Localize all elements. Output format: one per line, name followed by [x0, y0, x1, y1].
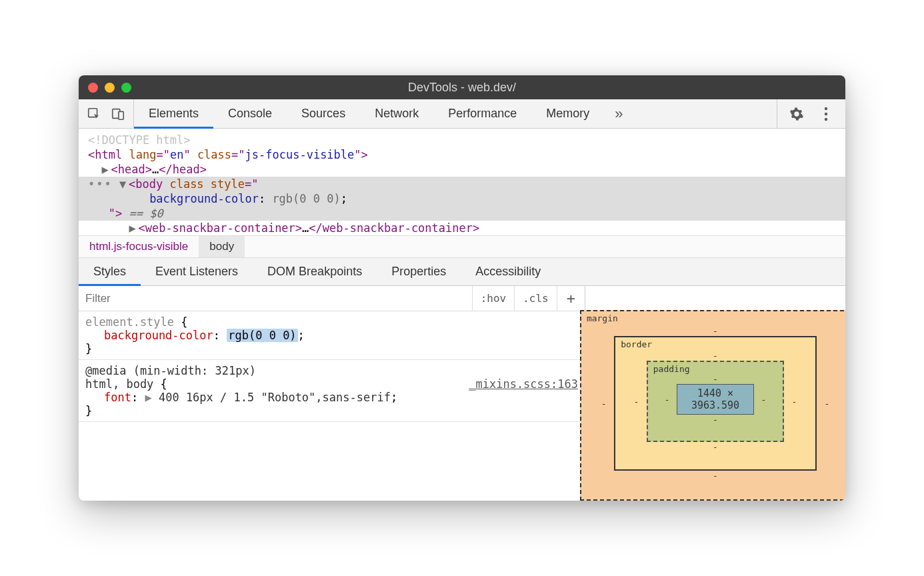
styles-filter-input[interactable]	[79, 286, 472, 311]
subtab-event-listeners[interactable]: Event Listeners	[141, 258, 253, 285]
head-node[interactable]: ▶<head>…</head>	[79, 162, 845, 177]
subtab-accessibility[interactable]: Accessibility	[461, 258, 555, 285]
source-link[interactable]: _mixins.scss:163	[469, 377, 578, 391]
expand-shorthand-icon[interactable]: ▶	[145, 391, 151, 404]
minimize-window-button[interactable]	[105, 83, 115, 93]
box-model-panel: margin - - border - - padding -	[585, 286, 845, 501]
css-value[interactable]: 400 16px / 1.5 "Roboto",sans-serif	[159, 391, 391, 404]
padding-label: padding	[653, 364, 690, 374]
css-value-highlighted[interactable]: rgb(0 0 0)	[227, 329, 297, 342]
styles-panel: :hov .cls + element.style { background-c…	[79, 286, 845, 501]
style-rule-media[interactable]: @media (min-width: 321px) html, body {_m…	[79, 360, 585, 422]
tab-sources[interactable]: Sources	[287, 99, 360, 128]
close-window-button[interactable]	[88, 83, 98, 93]
html-node[interactable]: <html lang="en" class="js-focus-visible"…	[79, 147, 845, 162]
subtab-dom-breakpoints[interactable]: DOM Breakpoints	[253, 258, 377, 285]
hov-toggle[interactable]: :hov	[472, 286, 515, 311]
device-toolbar-icon[interactable]	[109, 105, 127, 123]
window-title: DevTools - web.dev/	[79, 81, 845, 95]
tab-memory[interactable]: Memory	[531, 99, 604, 128]
main-toolbar: Elements Console Sources Network Perform…	[79, 99, 845, 129]
kebab-menu-icon[interactable]	[817, 105, 835, 123]
snackbar-node[interactable]: ▶<web-snackbar-container>…</web-snackbar…	[79, 221, 845, 235]
box-model[interactable]: margin - - border - - padding -	[580, 310, 845, 501]
cls-toggle[interactable]: .cls	[514, 286, 557, 311]
more-tabs-button[interactable]: »	[604, 99, 633, 128]
sidebar-tabs: Styles Event Listeners DOM Breakpoints P…	[79, 258, 845, 286]
tab-console[interactable]: Console	[213, 99, 287, 128]
traffic-lights	[88, 83, 131, 93]
tab-performance[interactable]: Performance	[433, 99, 531, 128]
svg-point-3	[825, 107, 827, 109]
style-rule-element[interactable]: element.style { background-color: rgb(0 …	[79, 311, 585, 360]
content-dimensions: 1440 × 3963.590	[677, 384, 753, 415]
subtab-properties[interactable]: Properties	[377, 258, 461, 285]
inspect-element-icon[interactable]	[85, 105, 103, 123]
border-label: border	[621, 339, 652, 349]
tab-network[interactable]: Network	[360, 99, 433, 128]
breadcrumb-html[interactable]: html.js-focus-visible	[79, 236, 199, 257]
dom-tree[interactable]: <!DOCTYPE html> <html lang="en" class="j…	[79, 129, 845, 235]
devtools-window: DevTools - web.dev/ Elements Console Sou…	[79, 75, 845, 501]
settings-icon[interactable]	[788, 105, 805, 123]
svg-point-5	[825, 117, 827, 120]
media-query: @media (min-width: 321px)	[85, 364, 256, 377]
titlebar: DevTools - web.dev/	[79, 75, 845, 99]
panel-tabs: Elements Console Sources Network Perform…	[134, 99, 777, 128]
breadcrumb-body[interactable]: body	[199, 236, 245, 257]
body-node-selected[interactable]: ••• ▼<body class style=" background-colo…	[79, 177, 845, 221]
subtab-styles[interactable]: Styles	[79, 258, 141, 285]
dom-breadcrumb: html.js-focus-visible body	[79, 235, 845, 258]
console-reference: == $0	[129, 207, 163, 220]
maximize-window-button[interactable]	[121, 83, 131, 93]
css-property[interactable]: background-color	[104, 329, 213, 342]
new-style-rule-button[interactable]: +	[557, 286, 585, 311]
css-property[interactable]: font	[104, 391, 131, 404]
svg-point-4	[825, 112, 827, 115]
svg-rect-2	[119, 111, 123, 119]
tab-elements[interactable]: Elements	[134, 99, 213, 128]
margin-label: margin	[587, 313, 618, 323]
styles-toolbar: :hov .cls +	[79, 286, 585, 311]
doctype-node[interactable]: <!DOCTYPE html>	[88, 133, 191, 147]
